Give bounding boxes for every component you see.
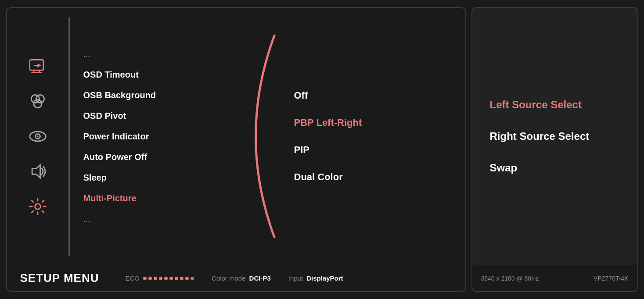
eco-section: ECO <box>126 274 194 282</box>
right-item-right-source-select[interactable]: Right Source Select <box>490 125 620 148</box>
left-panel-content: ... OSD Timeout OSB Background OSD Pivot… <box>7 8 465 265</box>
option-off[interactable]: Off <box>294 84 448 107</box>
right-item-left-source-select[interactable]: Left Source Select <box>490 93 620 116</box>
eco-dot-6 <box>169 277 173 280</box>
option-dual-color[interactable]: Dual Color <box>294 165 448 189</box>
menu-item-power-indicator[interactable]: Power Indicator <box>83 127 237 146</box>
svg-point-7 <box>33 100 41 107</box>
resolution-text: 3840 x 2160 @ 60Hz <box>481 275 539 282</box>
right-panel: Left Source Select Right Source Select S… <box>471 7 638 292</box>
color-icon[interactable] <box>26 90 49 113</box>
eco-dot-5 <box>164 277 168 280</box>
eco-dot-7 <box>175 277 178 280</box>
input-value: DisplayPort <box>306 274 343 282</box>
menu-item-osd-timeout[interactable]: OSD Timeout <box>83 65 237 84</box>
setup-menu-title: SETUP MENU <box>20 271 99 285</box>
eco-dot-4 <box>159 277 162 280</box>
eco-dot-2 <box>148 277 152 280</box>
menu-item-bottom-ellipsis[interactable]: ... <box>83 210 237 228</box>
menu-item-top-ellipsis[interactable]: ... <box>83 45 237 64</box>
settings-icon[interactable] <box>26 195 49 218</box>
eco-dot-10 <box>191 277 194 280</box>
option-pip[interactable]: PIP <box>294 138 448 162</box>
audio-icon[interactable] <box>26 160 49 183</box>
input-section: Input DisplayPort <box>288 274 343 282</box>
curve-section <box>250 8 277 265</box>
main-container: ... OSD Timeout OSB Background OSD Pivot… <box>6 7 638 292</box>
left-panel: ... OSD Timeout OSB Background OSD Pivot… <box>6 7 466 292</box>
eco-label: ECO <box>126 274 140 282</box>
input-icon[interactable] <box>26 55 49 78</box>
options-list: Off PBP Left-Right PIP Dual Color <box>277 8 465 265</box>
color-mode-value: DCI-P3 <box>249 274 271 282</box>
menu-item-sleep[interactable]: Sleep <box>83 168 237 187</box>
status-bar: SETUP MENU ECO Color mode D <box>7 265 465 291</box>
eco-dot-8 <box>180 277 183 280</box>
right-item-swap[interactable]: Swap <box>490 157 620 179</box>
menu-list: ... OSD Timeout OSB Background OSD Pivot… <box>70 8 250 265</box>
right-panel-content: Left Source Select Right Source Select S… <box>472 8 637 265</box>
sidebar <box>7 8 68 265</box>
eco-dots <box>143 277 194 280</box>
menu-item-osd-pivot[interactable]: OSD Pivot <box>83 107 237 125</box>
eye-care-icon[interactable] <box>26 125 49 148</box>
menu-item-multi-picture[interactable]: Multi-Picture <box>83 189 237 208</box>
eco-dot-1 <box>143 277 147 280</box>
svg-marker-11 <box>32 165 40 178</box>
model-text: VP2776T-4K <box>594 275 628 282</box>
eco-dot-3 <box>154 277 157 280</box>
menu-item-osb-background[interactable]: OSB Background <box>83 86 237 105</box>
svg-point-12 <box>35 204 40 210</box>
eco-dot-9 <box>185 277 189 280</box>
svg-point-6 <box>36 95 44 103</box>
input-label: Input <box>288 274 303 282</box>
color-mode-label: Color mode <box>212 274 246 282</box>
svg-point-10 <box>37 135 39 137</box>
option-pbp-left-right[interactable]: PBP Left-Right <box>294 111 448 135</box>
menu-item-auto-power-off[interactable]: Auto Power Off <box>83 148 237 167</box>
color-mode-section: Color mode DCI-P3 <box>212 274 271 282</box>
right-status-bar: 3840 x 2160 @ 60Hz VP2776T-4K <box>472 265 637 291</box>
